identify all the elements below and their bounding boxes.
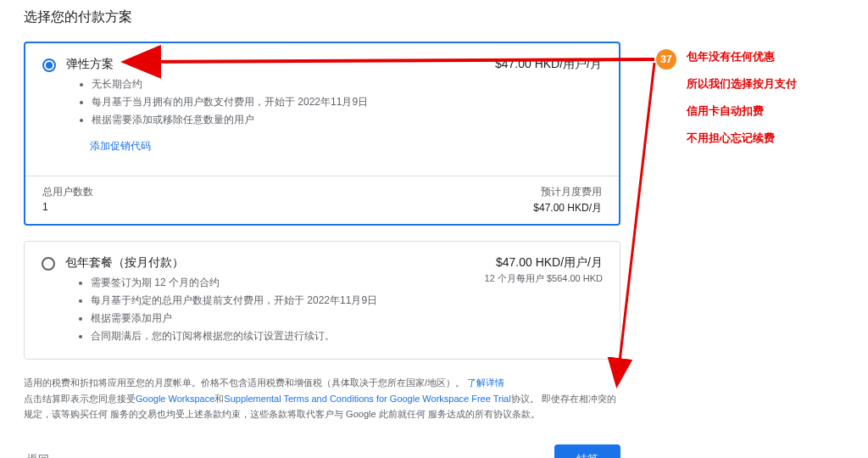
plan-flexible-features: 无长期合约 每月基于当月拥有的用户数支付费用，开始于 2022年11月9日 根据… [66, 77, 458, 127]
plan-flexible-price: $47.00 HKD/用户/月 [458, 57, 602, 72]
users-value: 1 [42, 201, 93, 213]
estimate-value: $47.00 HKD/月 [533, 201, 602, 215]
radio-flexible[interactable] [42, 59, 56, 72]
feature-item: 根据需要添加用户 [91, 311, 459, 326]
feature-item: 每月基于约定的总用户数提前支付费用，开始于 2022年11月9日 [91, 293, 459, 308]
users-label: 总用户数数 [42, 185, 93, 199]
annotation-line: 包年没有任何优惠 [687, 49, 797, 64]
feature-item: 根据需要添加或移除任意数量的用户 [92, 113, 458, 127]
learn-more-link[interactable]: 了解详情 [467, 377, 504, 388]
annotation-line: 不用担心忘记续费 [687, 131, 797, 146]
annotation-line: 信用卡自动扣费 [687, 103, 797, 119]
legal-line: 和 [214, 394, 224, 404]
annotation-line: 所以我们选择按月支付 [687, 76, 797, 92]
feature-item: 无长期合约 [92, 77, 458, 92]
workspace-link[interactable]: Google Workspace [136, 394, 214, 404]
add-promo-link[interactable]: 添加促销代码 [90, 139, 458, 154]
plan-annual-features: 需要签订为期 12 个月的合约 每月基于约定的总用户数提前支付费用，开始于 20… [65, 276, 459, 344]
feature-item: 每月基于当月拥有的用户数支付费用，开始于 2022年11月9日 [92, 95, 458, 109]
feature-item: 合同期满后，您的订阅将根据您的续订设置进行续订。 [91, 329, 459, 344]
feature-item: 需要签订为期 12 个月的合约 [91, 276, 459, 290]
step-badge: 37 [656, 49, 676, 70]
legal-line: 适用的税费和折扣将应用至您的月度帐单。价格不包含适用税费和增值税（具体取决于您所… [24, 377, 465, 388]
back-button[interactable]: 返回 [24, 447, 53, 458]
annotation-notes: 37 包年没有任何优惠 所以我们选择按月支付 信用卡自动扣费 不用担心忘记续费 [656, 49, 851, 158]
estimate-label: 预计月度费用 [533, 185, 602, 199]
legal-line: 点击结算即表示您同意接受 [24, 394, 136, 404]
checkout-button[interactable]: 结算 [554, 444, 620, 458]
page-title: 选择您的付款方案 [24, 8, 620, 26]
plan-annual-subprice: 12 个月每用户 $564.00 HKD [459, 272, 603, 285]
legal-text: 适用的税费和折扣将应用至您的月度帐单。价格不包含适用税费和增值税（具体取决于您所… [24, 375, 620, 422]
plan-flexible[interactable]: 弹性方案 无长期合约 每月基于当月拥有的用户数支付费用，开始于 2022年11月… [24, 42, 620, 226]
plan-flexible-footer: 总用户数数 1 预计月度费用 $47.00 HKD/月 [25, 176, 619, 224]
payment-page: 选择您的付款方案 弹性方案 无长期合约 每月基于当月拥有的用户数支付费用，开始于… [0, 0, 644, 458]
supplemental-terms-link[interactable]: Supplemental Terms and Conditions for Go… [224, 394, 510, 404]
plan-annual-title: 包年套餐（按月付款） [65, 255, 459, 271]
radio-annual[interactable] [42, 257, 55, 271]
plan-flexible-title: 弹性方案 [66, 57, 458, 72]
plan-annual-price: $47.00 HKD/用户/月 [459, 255, 603, 271]
plan-annual[interactable]: 包年套餐（按月付款） 需要签订为期 12 个月的合约 每月基于约定的总用户数提前… [24, 241, 620, 360]
actions-bar: 返回 结算 [24, 444, 620, 458]
